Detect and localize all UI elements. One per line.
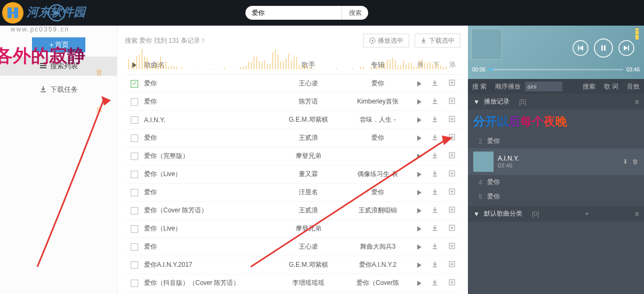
row-add-icon[interactable] [448, 97, 456, 106]
row-download-icon[interactable] [431, 97, 439, 106]
row-download-icon[interactable] [431, 279, 439, 288]
table-row[interactable]: 爱你（Live） 董又霖 偶像练习生 表 [125, 165, 460, 184]
row-checkbox[interactable] [131, 280, 138, 287]
row-download-icon[interactable] [431, 242, 439, 251]
row-play-icon[interactable] [417, 190, 422, 195]
row-download-icon[interactable] [431, 188, 439, 197]
table-row[interactable]: 爱你（完整版） 摩登兄弟 [125, 147, 460, 165]
row-download-icon[interactable] [431, 79, 439, 88]
table-row[interactable]: 爱你 汪昱名 爱你 [125, 184, 460, 202]
row-play-icon[interactable] [417, 172, 422, 177]
row-add-icon[interactable] [448, 170, 456, 179]
table-row[interactable]: A.I.N.Y. G.E.M.邓紫棋 尝味．人生 - [125, 111, 460, 129]
row-play-icon[interactable] [417, 208, 422, 213]
row-checkbox[interactable] [131, 243, 138, 251]
table-row[interactable]: 爱你（Cover 陈芳语） 王贰浪 王贰浪翻唱锦 [125, 202, 460, 220]
pause-button[interactable] [594, 38, 613, 58]
play-selected-button[interactable]: 播放选中 [363, 34, 409, 47]
playlist-item[interactable]: 4爱你 [468, 175, 644, 189]
row-checkbox[interactable] [131, 134, 138, 142]
row-play-icon[interactable] [417, 117, 422, 123]
tab-lyrics[interactable]: 歌 词 [600, 82, 623, 91]
list-icon[interactable]: ≡ [635, 210, 639, 218]
row-play-icon[interactable] [417, 244, 422, 250]
search-input[interactable] [245, 6, 341, 20]
track-delete-icon[interactable]: 🗑 [632, 158, 639, 165]
row-play-icon[interactable] [417, 281, 422, 286]
row-checkbox[interactable] [131, 116, 138, 124]
row-checkbox[interactable] [131, 171, 138, 178]
table-row[interactable]: 爱你（Live） 摩登兄弟 [125, 220, 460, 238]
row-download-icon[interactable] [431, 206, 439, 215]
song-artist: G.E.M.邓紫棋 [274, 115, 343, 124]
row-checkbox[interactable] [131, 98, 138, 106]
table-row[interactable]: 爱你 王贰浪 [125, 292, 460, 293]
row-add-icon[interactable] [448, 115, 456, 124]
table-row[interactable]: 爱你A.I.N.Y.2017 G.E.M.邓紫棋 爱你A.I.N.Y.2 [125, 256, 460, 274]
volume-indicator[interactable] [635, 28, 639, 39]
progress-bar[interactable] [489, 69, 623, 70]
row-play-icon[interactable] [417, 226, 422, 232]
row-checkbox[interactable] [131, 153, 138, 160]
row-checkbox[interactable] [131, 225, 138, 233]
row-add-icon[interactable] [448, 133, 456, 142]
row-play-icon[interactable] [417, 99, 422, 105]
table-row[interactable]: 爱你 陈芳语 Kimberley首张 [125, 93, 460, 111]
table-row[interactable]: 爱你 王贰浪 爱你 [125, 129, 460, 147]
row-play-icon[interactable] [417, 263, 422, 268]
row-add-icon[interactable] [448, 206, 456, 215]
home-button[interactable]: ＋首页 [32, 37, 85, 52]
app-logo-play-icon[interactable] [48, 4, 65, 21]
list-icon[interactable]: ≡ [635, 98, 639, 106]
row-checkbox[interactable] [131, 207, 138, 214]
row-checkbox[interactable] [131, 189, 138, 196]
search-button[interactable]: 搜索 [341, 6, 368, 20]
row-add-icon[interactable] [448, 188, 456, 197]
track-download-icon[interactable]: ⬇ [623, 158, 628, 165]
playlist-item[interactable]: 5爱你 [468, 189, 644, 204]
row-add-icon[interactable] [448, 79, 456, 88]
next-button[interactable] [618, 40, 634, 56]
row-download-icon[interactable] [431, 260, 439, 269]
play-all-icon[interactable] [132, 62, 137, 68]
sidebar-item-1[interactable]: 下载任务 [0, 80, 117, 99]
play-history-header[interactable]: ▼ 播放记录 [5] ≡ [468, 94, 644, 109]
row-add-icon[interactable] [448, 152, 456, 161]
row-add-icon[interactable] [448, 279, 456, 288]
row-download-icon[interactable] [431, 152, 439, 161]
song-album: 舞曲大阅兵3 [343, 242, 412, 251]
row-play-icon[interactable] [417, 81, 422, 86]
row-checkbox[interactable] [131, 261, 138, 269]
row-add-icon[interactable] [448, 260, 456, 269]
tab-search-r[interactable]: 搜索 [578, 82, 600, 91]
row-download-icon[interactable] [431, 133, 439, 142]
row-download-icon[interactable] [431, 170, 439, 179]
chevron-down-icon[interactable]: ▼ [473, 210, 480, 218]
prev-button[interactable] [573, 40, 589, 56]
row-play-icon[interactable] [417, 136, 422, 141]
table-row[interactable]: 爱你（抖音版）（Cover 陈芳语） 李瑨瑶瑶瑶 爱你（Cover陈 [125, 274, 460, 292]
row-add-icon[interactable] [448, 224, 456, 233]
col-album[interactable]: 专辑 [343, 60, 412, 70]
playlist-item[interactable]: 2爱你 [468, 134, 644, 148]
row-play-icon[interactable] [417, 154, 422, 159]
download-selected-button[interactable]: 下载选中 [415, 34, 460, 47]
row-checkbox[interactable] [131, 80, 138, 88]
col-artist[interactable]: 歌手 [274, 60, 343, 70]
col-name[interactable]: 歌曲名 [144, 60, 274, 70]
playlist-item[interactable]: A.I.N.Y.03:46 ⬇ 🗑 [468, 148, 644, 175]
tab-search[interactable]: 搜 索 [468, 82, 491, 91]
add-icon[interactable]: ＋ [584, 209, 590, 218]
search-results: 搜索 爱你 找到 131 条记录！ 播放选中 下载选中 歌曲名 歌手 专辑 播 … [117, 26, 468, 294]
row-download-icon[interactable] [431, 224, 439, 233]
chevron-down-icon[interactable]: ▼ [473, 98, 480, 106]
playlist-category[interactable]: ▼默认歌曲分类[0]＋≡ [468, 206, 644, 221]
tab-effects[interactable]: 音效 [623, 82, 644, 91]
table-row[interactable]: 爱你 王心凌 爱你 [125, 75, 460, 93]
row-download-icon[interactable] [431, 115, 439, 124]
row-add-icon[interactable] [448, 242, 456, 251]
tab-playmode[interactable]: 顺序播放 [491, 82, 525, 91]
panel-search-input[interactable] [525, 82, 562, 91]
table-row[interactable]: 爱你 王心凌 舞曲大阅兵3 [125, 238, 460, 256]
album-art[interactable] [471, 29, 502, 60]
